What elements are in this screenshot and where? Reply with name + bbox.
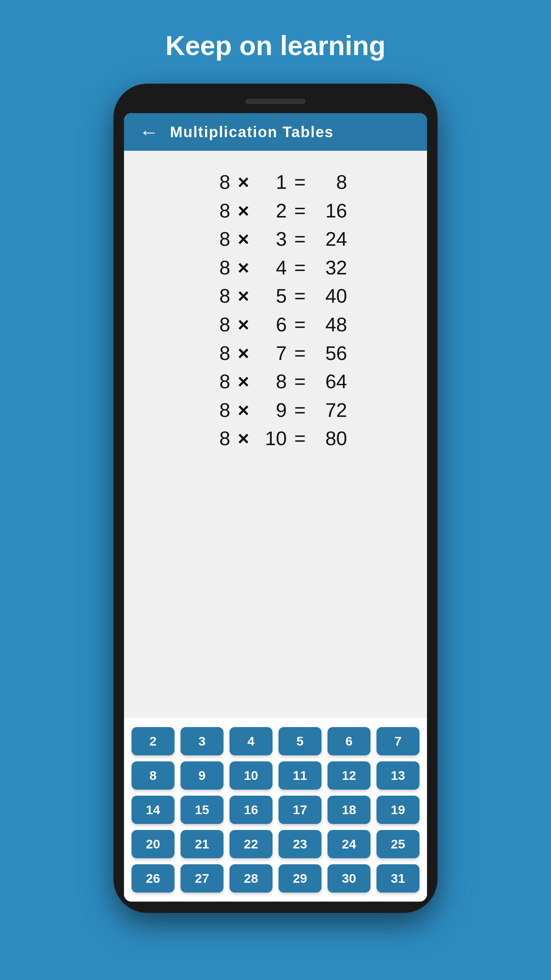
multiplier-number: 8 [257, 369, 287, 395]
result-number: 72 [313, 398, 347, 423]
number-button-29[interactable]: 29 [278, 864, 321, 892]
base-number: 8 [204, 369, 230, 395]
base-number: 8 [204, 341, 230, 366]
number-button-6[interactable]: 6 [327, 727, 370, 756]
multiplier-number: 5 [257, 283, 287, 309]
base-number: 8 [204, 312, 230, 338]
table-row: 8 × 2 = 16 [204, 198, 347, 224]
multiplier-number: 3 [257, 226, 287, 252]
times-symbol: × [230, 426, 257, 452]
result-number: 64 [313, 369, 347, 395]
number-button-22[interactable]: 22 [230, 830, 273, 858]
base-number: 8 [204, 170, 230, 195]
equals-symbol: = [287, 198, 313, 224]
number-button-25[interactable]: 25 [376, 830, 419, 858]
table-row: 8 × 10 = 80 [204, 426, 347, 452]
equals-symbol: = [287, 226, 313, 252]
multiplier-number: 7 [257, 341, 287, 366]
app-bar: ← Multiplication Tables [124, 113, 427, 151]
phone-screen: ← Multiplication Tables 8 × 1 = 8 8 × 2 … [124, 113, 427, 902]
equals-symbol: = [287, 283, 313, 309]
result-number: 8 [313, 170, 347, 195]
table-row: 8 × 6 = 48 [204, 312, 347, 338]
result-number: 80 [313, 426, 347, 452]
base-number: 8 [204, 426, 230, 452]
number-button-13[interactable]: 13 [376, 761, 419, 790]
equals-symbol: = [287, 426, 313, 452]
table-row: 8 × 8 = 64 [204, 369, 347, 395]
page-title: Keep on learning [165, 30, 386, 61]
table-row: 8 × 4 = 32 [204, 255, 347, 281]
base-number: 8 [204, 226, 230, 252]
multiplier-number: 9 [257, 398, 287, 423]
times-symbol: × [230, 283, 257, 309]
table-row: 8 × 3 = 24 [204, 226, 347, 252]
content-area: 8 × 1 = 8 8 × 2 = 16 8 × 3 = 24 8 × 4 = … [124, 151, 427, 718]
number-button-7[interactable]: 7 [376, 727, 419, 756]
phone-shell: ← Multiplication Tables 8 × 1 = 8 8 × 2 … [113, 84, 438, 913]
phone-speaker [245, 99, 306, 104]
number-button-23[interactable]: 23 [278, 830, 321, 858]
times-symbol: × [230, 170, 257, 195]
times-symbol: × [230, 255, 257, 281]
table-row: 8 × 5 = 40 [204, 283, 347, 309]
base-number: 8 [204, 398, 230, 423]
table-row: 8 × 1 = 8 [204, 170, 347, 195]
number-button-30[interactable]: 30 [327, 864, 370, 892]
number-button-24[interactable]: 24 [327, 830, 370, 858]
multiplier-number: 4 [257, 255, 287, 281]
number-button-5[interactable]: 5 [278, 727, 321, 756]
times-symbol: × [230, 226, 257, 252]
base-number: 8 [204, 198, 230, 224]
result-number: 48 [313, 312, 347, 338]
number-button-10[interactable]: 10 [230, 761, 273, 790]
result-number: 24 [313, 226, 347, 252]
multiplier-number: 2 [257, 198, 287, 224]
number-button-26[interactable]: 26 [132, 864, 175, 892]
equals-symbol: = [287, 369, 313, 395]
number-button-4[interactable]: 4 [230, 727, 273, 756]
multiplier-number: 6 [257, 312, 287, 338]
times-symbol: × [230, 341, 257, 366]
number-button-21[interactable]: 21 [181, 830, 224, 858]
number-button-18[interactable]: 18 [327, 796, 370, 824]
table-row: 8 × 9 = 72 [204, 398, 347, 423]
number-button-19[interactable]: 19 [376, 796, 419, 824]
number-button-8[interactable]: 8 [132, 761, 175, 790]
equals-symbol: = [287, 341, 313, 366]
number-button-2[interactable]: 2 [132, 727, 175, 756]
times-symbol: × [230, 398, 257, 423]
table-row: 8 × 7 = 56 [204, 341, 347, 366]
times-symbol: × [230, 198, 257, 224]
number-button-14[interactable]: 14 [132, 796, 175, 824]
times-symbol: × [230, 369, 257, 395]
result-number: 40 [313, 283, 347, 309]
number-button-3[interactable]: 3 [181, 727, 224, 756]
equals-symbol: = [287, 398, 313, 423]
number-button-17[interactable]: 17 [278, 796, 321, 824]
number-button-9[interactable]: 9 [181, 761, 224, 790]
base-number: 8 [204, 283, 230, 309]
equals-symbol: = [287, 170, 313, 195]
number-button-27[interactable]: 27 [181, 864, 224, 892]
number-button-16[interactable]: 16 [230, 796, 273, 824]
base-number: 8 [204, 255, 230, 281]
number-button-15[interactable]: 15 [181, 796, 224, 824]
result-number: 16 [313, 198, 347, 224]
number-button-12[interactable]: 12 [327, 761, 370, 790]
app-bar-title: Multiplication Tables [170, 124, 334, 141]
equals-symbol: = [287, 312, 313, 338]
number-button-31[interactable]: 31 [376, 864, 419, 892]
back-button[interactable]: ← [139, 122, 159, 142]
equals-symbol: = [287, 255, 313, 281]
number-button-11[interactable]: 11 [278, 761, 321, 790]
multiplier-number: 10 [257, 426, 287, 452]
result-number: 32 [313, 255, 347, 281]
result-number: 56 [313, 341, 347, 366]
number-button-20[interactable]: 20 [132, 830, 175, 858]
multiplier-number: 1 [257, 170, 287, 195]
multiplication-table: 8 × 1 = 8 8 × 2 = 16 8 × 3 = 24 8 × 4 = … [204, 170, 347, 452]
number-button-28[interactable]: 28 [230, 864, 273, 892]
number-button-grid: 2345678910111213141516171819202122232425… [124, 718, 427, 902]
times-symbol: × [230, 312, 257, 338]
